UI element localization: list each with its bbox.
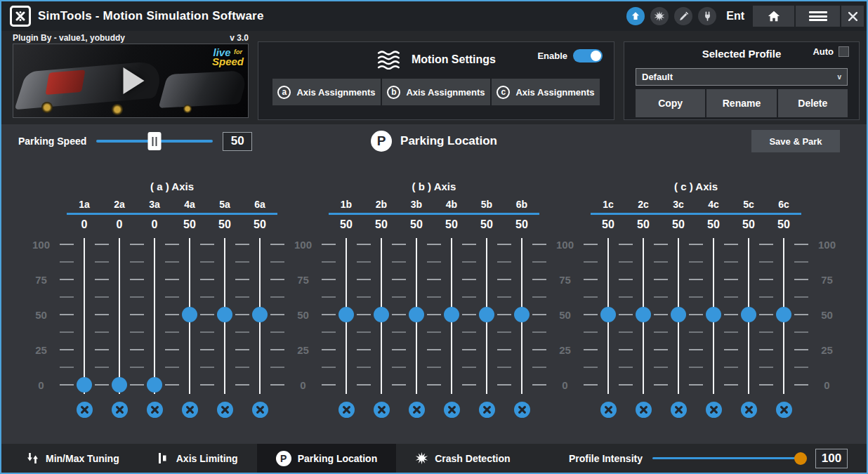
tab-axis-limiting[interactable]: Axis Limiting — [138, 444, 257, 473]
axis-slider-handle[interactable] — [338, 307, 354, 322]
axis-slider-handle[interactable] — [409, 307, 424, 322]
profile-intensity-slider[interactable] — [652, 452, 805, 466]
axis-slider[interactable] — [434, 238, 469, 394]
axis-slider-handle[interactable] — [776, 307, 791, 322]
axis-slider[interactable] — [591, 238, 626, 394]
home-button[interactable] — [753, 6, 794, 27]
axis-reset-button[interactable] — [636, 402, 652, 418]
channel-value: 50 — [172, 218, 207, 231]
axis-slider[interactable] — [329, 238, 364, 394]
axis-slider[interactable] — [399, 238, 434, 394]
profile-intensity-handle[interactable] — [794, 452, 807, 465]
axis-slider-handle[interactable] — [706, 307, 721, 322]
axis-slider-handle[interactable] — [77, 377, 92, 393]
channel-value: 0 — [67, 218, 102, 231]
axis-reset-button[interactable] — [514, 402, 530, 418]
axis-slider[interactable] — [172, 238, 207, 394]
axis-reset-button[interactable] — [776, 402, 792, 418]
live-for-speed-logo: live for Speed — [212, 48, 242, 66]
axis-reset-button[interactable] — [600, 402, 617, 418]
axis-slider-handle[interactable] — [514, 307, 530, 322]
update-button[interactable] — [626, 7, 645, 25]
top-strip: Plugin By - value1, yobuddy v 3.0 live f… — [1, 31, 867, 124]
wheel-graphic — [41, 102, 53, 113]
axis-reset-button[interactable] — [374, 402, 390, 418]
tab-min-max-tuning[interactable]: Min/Max Tuning — [7, 444, 138, 473]
axis-slider-handle[interactable] — [444, 307, 459, 322]
axis-slider[interactable] — [504, 238, 539, 394]
axis-reset-button[interactable] — [409, 402, 425, 418]
hamburger-icon — [809, 11, 827, 21]
axis-slider[interactable] — [766, 238, 801, 394]
axis-reset-button[interactable] — [741, 402, 757, 418]
play-icon[interactable] — [124, 67, 145, 94]
axis-group: ( c ) Axis1c2c3c4c5c6c505050505050 — [591, 178, 801, 444]
axis-reset-button[interactable] — [252, 402, 268, 418]
profile-dropdown[interactable]: Default v — [636, 68, 848, 86]
axis-reset-button[interactable] — [338, 402, 355, 418]
edition-label: Ent — [726, 10, 744, 22]
tab-parking-location[interactable]: P Parking Location — [257, 444, 397, 473]
axis-assignments-b-button[interactable]: b Axis Assignments — [382, 79, 490, 105]
axis-group: ( b ) Axis1b2b3b4b5b6b505050505050 — [329, 178, 539, 444]
profile-intensity-track[interactable] — [652, 457, 805, 459]
axis-group: ( a ) Axis1a2a3a4a5a6a000505050 — [67, 178, 277, 444]
crash-icon-button[interactable] — [650, 7, 669, 25]
plug-connection-button[interactable] — [698, 7, 716, 25]
axis-slider-track[interactable] — [119, 238, 120, 394]
delete-button[interactable]: Delete — [778, 89, 848, 117]
axis-slider[interactable] — [731, 238, 766, 394]
axis-scale-label: 0 — [801, 379, 853, 391]
axis-slider[interactable] — [137, 238, 172, 394]
channel-label: 1b — [329, 199, 364, 210]
axis-reset-button[interactable] — [444, 402, 460, 418]
parking-speed-slider[interactable] — [96, 132, 213, 150]
axis-slider-handle[interactable] — [217, 307, 232, 322]
axis-slider-handle[interactable] — [479, 307, 494, 322]
axis-slider[interactable] — [469, 238, 504, 394]
axis-slider-handle[interactable] — [147, 377, 162, 393]
axis-slider-handle[interactable] — [374, 307, 389, 322]
axis-slider-handle[interactable] — [600, 307, 616, 322]
axis-slider[interactable] — [364, 238, 399, 394]
enable-toggle[interactable] — [573, 49, 603, 62]
axis-reset-button[interactable] — [77, 402, 93, 418]
save-and-park-button[interactable]: Save & Park — [751, 130, 840, 152]
axis-reset-button[interactable] — [706, 402, 722, 418]
axis-reset-button[interactable] — [147, 402, 163, 418]
axis-slider-handle[interactable] — [252, 307, 268, 322]
axis-slider[interactable] — [696, 238, 731, 394]
channel-label: 5a — [207, 199, 242, 210]
axis-slider[interactable] — [102, 238, 137, 394]
axis-slider-track[interactable] — [84, 238, 85, 394]
axis-slider-handle[interactable] — [636, 307, 651, 322]
axis-slider-track[interactable] — [154, 238, 155, 394]
edit-pencil-button[interactable] — [674, 7, 692, 25]
axis-reset-button[interactable] — [182, 402, 198, 418]
axis-reset-button[interactable] — [112, 402, 128, 418]
axis-reset-button[interactable] — [671, 402, 687, 418]
axis-slider-handle[interactable] — [112, 377, 127, 393]
rename-button[interactable]: Rename — [706, 89, 776, 117]
copy-button[interactable]: Copy — [636, 89, 705, 117]
menu-button[interactable] — [796, 6, 840, 27]
axis-assignments-a-button[interactable]: a Axis Assignments — [272, 79, 381, 105]
axis-slider[interactable] — [67, 238, 102, 394]
axis-slider[interactable] — [242, 238, 277, 394]
plugin-game-image[interactable]: live for Speed — [13, 44, 249, 118]
axis-reset-button[interactable] — [217, 402, 233, 418]
axis-slider-handle[interactable] — [182, 307, 197, 322]
axis-slider[interactable] — [626, 238, 661, 394]
bottom-tab-bar: Min/Max Tuning Axis Limiting P Parking L… — [1, 444, 867, 473]
axis-assignments-c-button[interactable]: c Axis Assignments — [492, 79, 600, 105]
axis-slider[interactable] — [207, 238, 242, 394]
axis-slider-handle[interactable] — [671, 307, 686, 322]
axis-slider[interactable] — [661, 238, 696, 394]
axis-reset-button[interactable] — [479, 402, 495, 418]
parking-speed-handle[interactable] — [148, 132, 162, 150]
axis-slider-handle[interactable] — [741, 307, 756, 322]
auto-checkbox[interactable] — [839, 46, 849, 57]
close-button[interactable] — [841, 6, 864, 27]
profile-intensity-label: Profile Intensity — [569, 453, 643, 464]
tab-crash-detection[interactable]: Crash Detection — [396, 444, 529, 473]
